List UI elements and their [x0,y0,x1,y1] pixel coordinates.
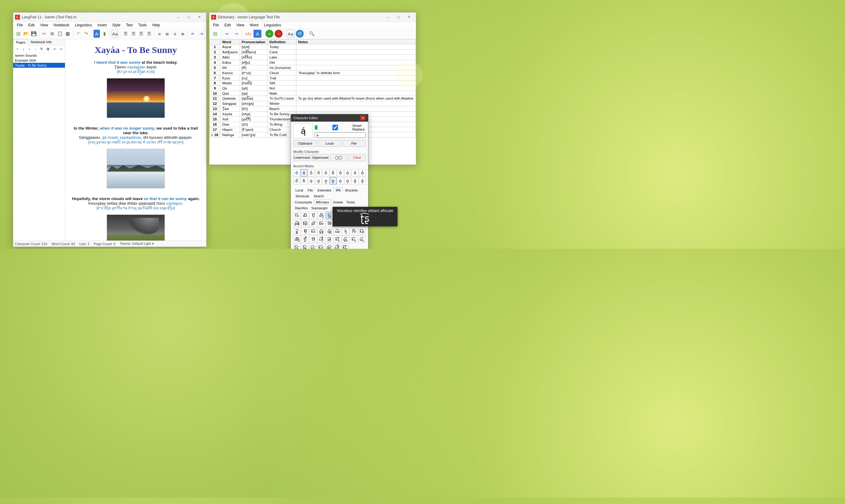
link-chars-button[interactable]: ◯◯ [330,154,347,161]
clipboard-button[interactable]: Clipboard [293,140,317,147]
paste-icon[interactable]: 📋 [57,30,63,38]
subtab-vowels[interactable]: Vowels [331,200,344,205]
char-editor-icon[interactable]: А [93,30,100,38]
nav-forward-icon[interactable]: ⇒ [232,30,240,38]
menu-style[interactable]: Style [110,22,123,28]
tab-local[interactable]: Local [293,187,305,193]
table-row[interactable]: 2Áddṯaans[ʌd͡ðans]Cane [210,50,416,55]
ipa-char[interactable]: c͡ʎ̝̊ʼ [334,244,341,249]
accent-mark[interactable]: ö [352,169,358,177]
refresh-icon[interactable]: ⟳ [296,30,304,38]
subtab-tones[interactable]: Tones [345,200,357,205]
align-center-icon[interactable]: ≣ [164,30,170,38]
table-row[interactable]: 7Kyuu[cu]Trail [210,76,416,80]
cut-icon[interactable]: ✂ [41,30,48,38]
accent-mark[interactable]: ô [308,169,315,177]
table-row[interactable]: 11Qaatsaa[qat͡sa]To Go/To LeaveTo go (to… [210,96,416,101]
ipa-char[interactable]: ʈ͡ɭ̊ [301,236,309,243]
align-3-icon[interactable]: ☰ [138,30,144,38]
ipa-char[interactable]: ɡ͡ɣ [318,228,325,235]
table-row[interactable]: 6Kwuus[kʷus]Cloud"Kwuujáay" in definite … [210,70,416,76]
align-1-icon[interactable]: ☰ [122,30,129,38]
accent-mark[interactable]: o̭ [322,177,329,184]
redo-icon[interactable]: ↷ [83,30,89,38]
accent-mark[interactable]: ǫ̀ [352,177,358,184]
ipa-char[interactable]: k͡ʟ̝ [350,236,357,243]
ipa-char[interactable]: t͡ɕʼ [301,244,309,249]
file-button[interactable]: File [342,140,366,147]
ipa-char[interactable]: d͡ʒ [318,212,325,219]
table-row[interactable]: 12Sánggaa[sʌŋɣa]Winter [210,101,416,106]
tab-search[interactable]: Search [311,193,326,199]
menu-view[interactable]: View [38,22,51,28]
maximize-button[interactable]: ▢ [393,14,404,20]
ipa-char[interactable]: p͡ɸ [293,220,301,227]
undo-icon[interactable]: ↶ [75,30,82,38]
ipa-char[interactable]: ɟ͡ʎ̝ [326,236,333,243]
dictionary-titlebar[interactable]: L Dictionary - Iseren Language Test File… [209,13,416,22]
accent-mark[interactable]: ó [301,169,307,177]
ipa-char[interactable]: k͡p [358,228,366,235]
page-item[interactable]: Example Verb [13,58,65,63]
copy-page-icon[interactable]: ⧉ [45,46,51,52]
menu-linguistics[interactable]: Linguistics [262,22,284,28]
open-icon[interactable]: 📂 [23,30,29,38]
accent-mark[interactable]: ỏ [359,169,366,177]
accent-mark[interactable]: ǫ [330,177,337,184]
subtab-consonants[interactable]: Consonants [293,200,313,205]
table-row[interactable]: 3Atliin[ʌt͡ɬin]Lake [210,55,416,60]
ipa-char[interactable]: k͡x [309,228,317,235]
ipa-char[interactable]: c͡çʼ [309,244,317,249]
ipa-char[interactable]: t͡θ [326,220,333,227]
column-header[interactable]: Word [220,39,240,44]
char-input[interactable] [315,132,366,138]
tab-notebook-info[interactable]: Notebook Info [28,39,54,45]
menu-edit[interactable]: Edit [222,22,233,28]
accent-mark[interactable]: o̱ [315,177,322,184]
langpad-titlebar[interactable]: L LangPad 11 - Iseren (Test File).nt — ▢… [13,13,206,22]
save-icon[interactable]: 💾 [31,30,37,38]
column-header[interactable]: Definition [268,39,296,44]
ipa-char[interactable]: k͡xʼ [318,244,325,249]
subtab-suprasegm[interactable]: Suprasegm [310,205,329,211]
ipa-char[interactable]: d͡ɮ [293,236,301,243]
close-icon[interactable]: ✕ [360,115,366,121]
table-row[interactable]: 5Iihl[iɬ]Us (Inclusive) [210,65,416,70]
accent-mark[interactable]: ǫ́ [359,177,366,184]
copy-icon[interactable]: ⧉ [49,30,55,38]
ipa-char[interactable]: b͡v [318,220,325,227]
local-button[interactable]: Local [318,140,341,147]
ipa-char[interactable]: t͡ʃ [309,212,317,219]
accent-mark[interactable]: ō [322,169,329,177]
accent-mark[interactable]: õ [315,169,322,177]
ipa-char[interactable]: t͡ɬ̠ [309,236,317,243]
accent-mark[interactable]: o̅ [330,169,337,177]
notebook-icon[interactable]: ▮ [101,30,108,38]
menu-file[interactable]: File [211,22,221,28]
page-item[interactable]: Xayáa - To Be Sunny [13,63,65,68]
menu-tools[interactable]: Tools [136,22,149,28]
char-editor-titlebar[interactable]: Character Editor ✕ [291,114,368,122]
add-word-icon[interactable]: ＋ [266,30,273,38]
nav-back-icon[interactable]: ⇐ [223,30,231,38]
search-icon[interactable]: 🔍 [308,30,316,38]
align-left-icon[interactable]: ≡ [156,30,163,38]
accent-mark[interactable]: ọ [308,177,315,184]
clear-button[interactable]: Clear [348,154,366,161]
accent-mark[interactable]: ő [293,177,300,184]
table-row[interactable]: 9Qá[qʌ]Not [210,86,416,91]
minimize-button[interactable]: — [383,14,393,20]
uppercase-button[interactable]: Uppercase [312,154,329,161]
table-row[interactable]: 8Maats[mat͡s]Still [210,80,416,86]
outdent-icon[interactable]: ⇤ [190,30,196,38]
ipa-char[interactable]: c͡ʎ̝̊ [318,236,325,243]
table-row[interactable]: 10Qaa[qa]Walk [210,91,416,96]
ipa-char[interactable]: q͡χ [326,228,333,235]
tab-pages[interactable]: Pages [13,39,28,46]
select-all-icon[interactable]: ▦ [65,30,71,38]
ipa-char[interactable]: ɟ͡ʝ [293,228,301,235]
lowercase-button[interactable]: Lowercase [293,154,310,161]
accent-mark[interactable]: o̮ [344,177,351,184]
accent-mark[interactable]: ȯ [344,169,351,177]
menu-insert[interactable]: Insert [95,22,109,28]
